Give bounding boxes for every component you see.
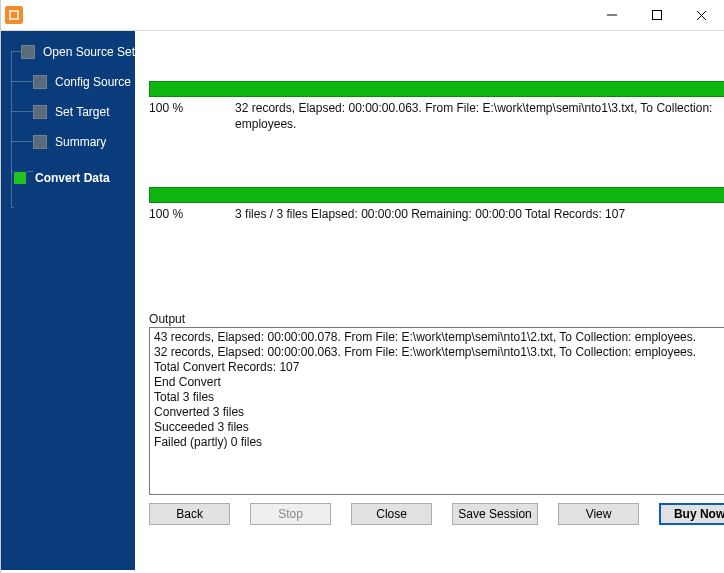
window-controls: [589, 0, 724, 30]
svg-rect-3: [652, 11, 661, 20]
output-line: Total 3 files: [154, 390, 724, 405]
output-line: Succeeded 3 files: [154, 420, 724, 435]
total-progress-text: 100 % 3 files / 3 files Elapsed: 00:00:0…: [149, 206, 724, 222]
sidebar-item-config-source[interactable]: Config Source: [1, 67, 135, 97]
close-button[interactable]: Close: [351, 503, 432, 525]
close-window-button[interactable]: [679, 0, 724, 30]
step-icon-active: [13, 171, 27, 185]
output-log[interactable]: 43 records, Elapsed: 00:00:00.078. From …: [149, 327, 724, 495]
stop-button: Stop: [250, 503, 331, 525]
file-progress-pct: 100 %: [149, 100, 219, 132]
back-button[interactable]: Back: [149, 503, 230, 525]
output-line: 43 records, Elapsed: 00:00:00.078. From …: [154, 330, 724, 345]
save-session-button[interactable]: Save Session: [452, 503, 538, 525]
buy-now-button[interactable]: Buy Now: [659, 503, 724, 525]
app-icon: [5, 6, 23, 24]
total-progress-pct: 100 %: [149, 206, 219, 222]
step-icon: [33, 75, 47, 89]
sidebar-item-label: Config Source: [55, 75, 131, 89]
step-icon: [33, 135, 47, 149]
file-progress-bar: [149, 81, 724, 97]
output-label: Output: [149, 312, 724, 326]
sidebar-item-open-source-set[interactable]: Open Source Set: [1, 37, 135, 67]
view-button[interactable]: View: [558, 503, 639, 525]
maximize-button[interactable]: [634, 0, 679, 30]
step-icon: [33, 105, 47, 119]
sidebar-item-set-target[interactable]: Set Target: [1, 97, 135, 127]
sidebar-item-label: Summary: [55, 135, 106, 149]
button-row: Back Stop Close Save Session View Buy No…: [135, 495, 724, 535]
file-progress-text: 100 % 32 records, Elapsed: 00:00:00.063.…: [149, 100, 724, 132]
sidebar-item-convert-data[interactable]: Convert Data: [1, 163, 135, 193]
sidebar-item-label: Open Source Set: [43, 45, 135, 59]
output-line: Converted 3 files: [154, 405, 724, 420]
step-icon: [21, 45, 35, 59]
total-progress-bar: [149, 187, 724, 203]
total-progress-detail: 3 files / 3 files Elapsed: 00:00:00 Rema…: [235, 206, 724, 222]
output-line: End Convert: [154, 375, 724, 390]
sidebar-item-label: Set Target: [55, 105, 109, 119]
output-line: Total Convert Records: 107: [154, 360, 724, 375]
sidebar-item-summary[interactable]: Summary: [1, 127, 135, 157]
sidebar-item-label: Convert Data: [35, 171, 110, 185]
minimize-button[interactable]: [589, 0, 634, 30]
output-line: Failed (partly) 0 files: [154, 435, 724, 450]
file-progress-detail: 32 records, Elapsed: 00:00:00.063. From …: [235, 100, 724, 132]
titlebar: [1, 0, 724, 30]
sidebar: Open Source Set Config Source Set Target…: [1, 31, 135, 570]
main-panel: 100 % 32 records, Elapsed: 00:00:00.063.…: [135, 31, 724, 570]
output-line: 32 records, Elapsed: 00:00:00.063. From …: [154, 345, 724, 360]
svg-rect-1: [11, 12, 17, 18]
